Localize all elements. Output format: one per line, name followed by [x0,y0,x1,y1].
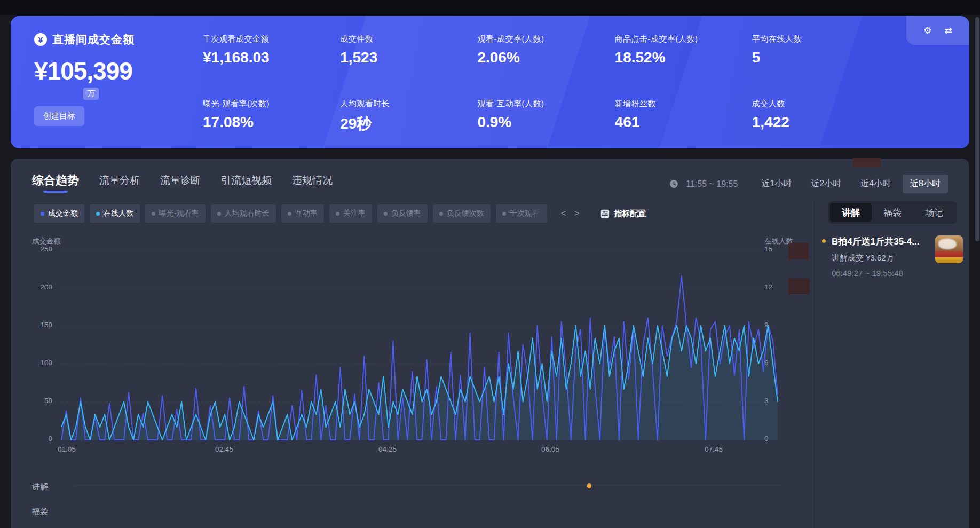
metric-cell: 成交人数 1,422 [752,99,889,148]
chip-label: 互动率 [295,209,318,218]
chip-label: 人均观看时长 [225,209,270,218]
chips-next-arrow[interactable]: > [574,209,579,218]
metric-label: 平均在线人数 [752,34,889,44]
sidebar-tabs: 讲解 福袋 场记 [828,201,957,224]
chips-pager: < > [561,209,580,218]
item-product-title: B拍4斤送1斤共35-4... [832,235,938,248]
session-sidebar: 讲解 福袋 场记 B拍4斤送1斤共35-4... 讲解成交 ¥3.62万 06:… [814,200,969,528]
range-8h-button[interactable]: 近8小时 [903,175,948,193]
chip-online-users[interactable]: 在线人数 [90,204,140,223]
tab-traffic-analysis[interactable]: 流量分析 [99,174,140,193]
banner-corner-tools: ⚙ ⇄ [906,16,969,45]
chip-label: 负反馈次数 [447,209,484,218]
tab-short-video[interactable]: 引流短视频 [221,174,272,193]
metric-value: 5 [752,49,889,66]
chip-avg-watch-time[interactable]: 人均观看时长 [211,204,276,223]
chip-exposure-view-rate[interactable]: 曝光-观看率 [145,204,206,223]
metric-label: 人均观看时长 [340,99,477,109]
yuan-icon: ¥ [34,33,47,46]
x-axis-tick: 02:45 [215,445,233,453]
metrics-grid: 千次观看成交金额 ¥1,168.03 成交件数 1,523 观看-成交率(人数)… [203,34,889,148]
metric-label: 成交人数 [752,99,889,109]
time-range-text: 11:55 ~ 19:55 [686,179,738,189]
metric-cell: 平均在线人数 5 [752,34,889,81]
artifact-block [788,243,809,259]
swap-icon[interactable]: ⇄ [945,26,952,35]
tab-overall-trend[interactable]: 综合趋势 [32,172,79,193]
left-axis-tick: 150 [21,321,52,329]
dashboard: ¥ 直播间成交金额 ¥105,399 万 创建目标 千次观看成交金额 ¥1,16… [0,0,980,528]
series-dot-icon [336,212,339,216]
left-axis-tick: 200 [21,283,52,291]
range-1h-button[interactable]: 近1小时 [754,175,799,193]
metric-value: 29秒 [340,114,477,134]
metric-cell: 观看-成交率(人数) 2.06% [477,34,614,81]
chip-label: 关注率 [343,209,366,218]
page-scrollbar-thumb[interactable] [975,17,979,241]
chip-label: 负反馈率 [391,209,421,218]
tab-violations[interactable]: 违规情况 [292,174,333,193]
sidebar-tab-lucky-bag[interactable]: 福袋 [872,203,913,222]
metric-value: 1,422 [752,114,889,131]
chip-label: 曝光-观看率 [159,209,199,218]
metric-config-label: 指标配置 [614,209,646,219]
x-axis-tick: 01:05 [58,445,76,453]
metric-value: 1,523 [340,49,477,66]
explain-item[interactable]: B拍4斤送1斤共35-4... 讲解成交 ¥3.62万 06:49:27 ~ 1… [822,235,963,278]
chip-interaction-rate[interactable]: 互动率 [281,204,324,223]
sliders-icon [600,209,610,218]
series-dot-icon [502,212,506,216]
chips-prev-arrow[interactable]: < [561,209,566,218]
explain-marker-dot[interactable] [587,483,591,488]
metric-label: 成交件数 [340,34,477,44]
metric-value: 18.52% [615,49,752,66]
metric-label: 曝光-观看率(次数) [203,99,340,109]
metric-chips-row: 成交金额 在线人数 曝光-观看率 人均观看时长 互动率 关注率 负反馈率 负反馈… [34,204,646,223]
series-dot-icon [41,212,44,216]
explain-row-timeline [75,486,782,486]
chip-per-thousand-views[interactable]: 千次观看 [496,204,547,223]
gmv-block: ¥ 直播间成交金额 ¥105,399 万 创建目标 [11,16,187,148]
sidebar-tab-field-notes[interactable]: 场记 [913,203,955,222]
sidebar-tab-explain[interactable]: 讲解 [830,203,872,222]
metric-value: 461 [615,114,752,131]
gmv-unit-badge: 万 [83,88,99,100]
metric-label: 新增粉丝数 [615,99,752,109]
chip-negative-feedback-count[interactable]: 负反馈次数 [433,204,491,223]
metric-config-button[interactable]: 指标配置 [600,209,646,219]
left-axis-tick: 0 [21,435,52,443]
x-axis-tick: 04:25 [378,445,397,453]
metric-cell: 新增粉丝数 461 [615,99,752,148]
tab-traffic-diagnosis[interactable]: 流量诊断 [160,174,201,193]
explain-row-label: 讲解 [32,482,48,492]
panel-tabs: 综合趋势 流量分析 流量诊断 引流短视频 违规情况 [32,172,333,193]
chip-negative-feedback-rate[interactable]: 负反馈率 [377,204,428,223]
metric-value: 0.9% [477,114,614,131]
chip-fade [529,204,547,223]
metric-cell: 观看-互动率(人数) 0.9% [477,99,614,148]
time-range-controls: 11:55 ~ 19:55 近1小时 近2小时 近4小时 近8小时 [669,175,948,193]
chip-follow-rate[interactable]: 关注率 [329,204,372,223]
gear-icon[interactable]: ⚙ [923,26,931,35]
range-4h-button[interactable]: 近4小时 [853,175,898,193]
trend-panel: 综合趋势 流量分析 流量诊断 引流短视频 违规情况 11:55 ~ 19:55 … [11,159,969,528]
chip-gmv[interactable]: 成交金额 [34,204,84,223]
metric-value: 17.08% [203,114,340,131]
clock-icon [669,179,678,188]
artifact-block [853,158,881,167]
lucky-bag-row-label: 福袋 [32,507,48,517]
series-dot-icon [288,212,291,216]
gmv-title: 直播间成交金额 [52,32,135,47]
metric-value: 2.06% [477,49,614,66]
series-dot-icon [152,212,155,216]
series-dot-icon [217,212,221,216]
trend-chart-svg[interactable] [61,249,778,440]
metric-cell: 商品点击-成交率(人数) 18.52% [615,34,752,81]
metric-cell: 千次观看成交金额 ¥1,168.03 [203,34,340,81]
metric-label: 商品点击-成交率(人数) [615,34,752,44]
create-goal-button[interactable]: 创建目标 [34,106,84,126]
chip-label: 在线人数 [104,209,133,218]
range-2h-button[interactable]: 近2小时 [803,175,849,193]
x-axis-tick: 07:45 [705,445,723,453]
chip-label: 成交金额 [48,209,78,218]
